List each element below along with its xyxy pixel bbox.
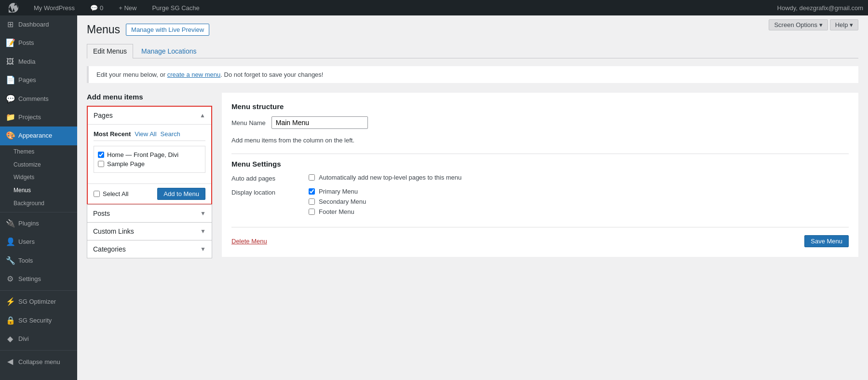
adminbar-wp-logo[interactable] <box>5 0 22 15</box>
posts-accordion: Posts ▼ <box>87 204 212 223</box>
projects-icon: 📁 <box>6 112 14 123</box>
create-menu-link[interactable]: create a new menu <box>167 71 221 78</box>
sidebar-item-widgets[interactable]: Widgets <box>0 171 77 184</box>
tab-edit-menus[interactable]: Edit Menus <box>87 44 133 58</box>
sidebar-item-themes[interactable]: Themes <box>0 145 77 158</box>
adminbar-comments[interactable]: 💬 0 <box>86 0 107 15</box>
nav-tabs: Edit Menus Manage Locations <box>87 44 858 58</box>
primary-menu-label[interactable]: Primary Menu <box>309 188 366 195</box>
sidebar-item-dashboard[interactable]: ⊞ Dashboard <box>0 15 77 34</box>
posts-accordion-arrow: ▼ <box>200 210 206 217</box>
appearance-icon: 🎨 <box>6 130 14 141</box>
comments-icon: 💬 <box>90 4 98 12</box>
pages-accordion-arrow: ▲ <box>200 112 205 119</box>
sidebar-item-sg-security[interactable]: 🔒 SG Security <box>0 311 77 330</box>
edit-notice: Edit your menu below, or create a new me… <box>87 66 858 83</box>
adminbar-purge-cache[interactable]: Purge SG Cache <box>148 0 203 15</box>
categories-accordion-label: Categories <box>93 245 126 253</box>
categories-accordion-header[interactable]: Categories ▼ <box>87 240 212 258</box>
main-content: Menus Manage with Live Preview Edit Menu… <box>77 15 868 380</box>
page-checkbox-sample[interactable] <box>98 161 104 167</box>
settings-icon: ⚙ <box>6 274 14 284</box>
pages-accordion-footer: Select All Add to Menu <box>88 183 211 204</box>
sub-tab-most-recent[interactable]: Most Recent <box>94 130 131 138</box>
help-button[interactable]: Help ▾ <box>830 19 858 30</box>
media-icon: 🖼 <box>6 56 14 67</box>
sidebar-item-appearance[interactable]: 🎨 Appearance <box>0 127 77 145</box>
custom-links-accordion-header[interactable]: Custom Links ▼ <box>87 223 212 240</box>
menu-separator-2 <box>0 290 77 291</box>
menu-name-input[interactable] <box>271 116 368 129</box>
pages-accordion-label: Pages <box>94 112 113 119</box>
sg-security-icon: 🔒 <box>6 315 14 326</box>
pages-icon: 📄 <box>6 75 14 85</box>
sidebar-item-comments[interactable]: 💬 Comments <box>0 90 77 108</box>
sidebar-item-background[interactable]: Background <box>0 197 77 210</box>
sidebar-item-media[interactable]: 🖼 Media <box>0 53 77 71</box>
page-item-home[interactable]: Home — Front Page, Divi <box>98 150 201 159</box>
categories-accordion: Categories ▼ <box>87 240 212 258</box>
sidebar-item-divi[interactable]: ◆ Divi <box>0 330 77 348</box>
dashboard-icon: ⊞ <box>6 19 14 30</box>
menu-structure-panel: Menu structure Menu Name Add menu items … <box>222 93 858 257</box>
sidebar-item-pages[interactable]: 📄 Pages <box>0 71 77 89</box>
add-menu-items-title: Add menu items <box>87 93 212 101</box>
sidebar-item-settings[interactable]: ⚙ Settings <box>0 270 77 288</box>
sub-tab-view-all[interactable]: View All <box>135 130 156 138</box>
page-header: Menus Manage with Live Preview <box>87 23 858 36</box>
sidebar-item-tools[interactable]: 🔧 Tools <box>0 252 77 270</box>
add-to-menu-button[interactable]: Add to Menu <box>157 188 205 200</box>
posts-accordion-label: Posts <box>93 210 110 217</box>
sidebar-item-customize[interactable]: Customize <box>0 158 77 171</box>
menu-hint: Add menu items from the column on the le… <box>231 137 849 144</box>
delete-menu-link[interactable]: Delete Menu <box>231 238 267 245</box>
top-right-buttons: Screen Options ▾ Help ▾ <box>769 19 858 30</box>
display-location-controls: Primary Menu Secondary Menu Footer Menu <box>309 188 366 215</box>
auto-add-option-label[interactable]: Automatically add new top-level pages to… <box>309 174 461 181</box>
categories-accordion-arrow: ▼ <box>200 246 206 253</box>
display-location-row: Display location Primary Menu Secondary … <box>231 188 849 215</box>
primary-menu-checkbox[interactable] <box>309 188 315 195</box>
pages-accordion-header[interactable]: Pages ▲ <box>88 107 211 125</box>
pages-sub-tabs: Most Recent View All Search <box>94 130 205 141</box>
auto-add-controls: Automatically add new top-level pages to… <box>309 174 461 181</box>
admin-bar: My WordPress 💬 0 + New Purge SG Cache Ho… <box>0 0 868 15</box>
plugins-icon: 🔌 <box>6 218 14 229</box>
menu-name-row: Menu Name <box>231 116 849 129</box>
tab-manage-locations[interactable]: Manage Locations <box>135 44 203 58</box>
adminbar-new[interactable]: + New <box>115 0 140 15</box>
menu-structure-title: Menu structure <box>231 102 849 111</box>
menu-footer: Delete Menu Save Menu <box>231 227 849 247</box>
posts-accordion-header[interactable]: Posts ▼ <box>87 205 212 222</box>
auto-add-label: Auto add pages <box>231 174 299 182</box>
page-label-home: Home — Front Page, Divi <box>107 151 178 158</box>
adminbar-site-name[interactable]: My WordPress <box>30 0 79 15</box>
sg-optimizer-icon: ⚡ <box>6 296 14 307</box>
page-item-sample[interactable]: Sample Page <box>98 159 201 169</box>
sub-tab-search[interactable]: Search <box>161 130 180 138</box>
save-menu-button[interactable]: Save Menu <box>804 235 849 247</box>
menu-name-label: Menu Name <box>231 119 266 127</box>
page-title: Menus <box>87 23 120 36</box>
sidebar-collapse-menu[interactable]: ◀ Collapse menu <box>0 352 77 371</box>
auto-add-checkbox[interactable] <box>309 174 315 181</box>
sidebar-item-menus[interactable]: Menus <box>0 184 77 197</box>
footer-menu-label[interactable]: Footer Menu <box>309 208 366 215</box>
sidebar-item-projects[interactable]: 📁 Projects <box>0 108 77 127</box>
select-all-label[interactable]: Select All <box>94 190 128 197</box>
sidebar-item-users[interactable]: 👤 Users <box>0 233 77 251</box>
select-all-checkbox[interactable] <box>94 191 100 197</box>
users-icon: 👤 <box>6 237 14 247</box>
adminbar-user: Howdy, deezgrafix@gmail.com <box>777 4 863 12</box>
footer-menu-checkbox[interactable] <box>309 209 315 215</box>
page-checkbox-home[interactable] <box>98 152 104 158</box>
sidebar-item-sg-optimizer[interactable]: ⚡ SG Optimizer <box>0 293 77 311</box>
live-preview-button[interactable]: Manage with Live Preview <box>126 24 209 36</box>
custom-links-accordion: Custom Links ▼ <box>87 222 212 240</box>
screen-options-button[interactable]: Screen Options ▾ <box>769 19 827 30</box>
sidebar-item-posts[interactable]: 📝 Posts <box>0 34 77 52</box>
secondary-menu-label[interactable]: Secondary Menu <box>309 198 366 205</box>
sidebar-item-plugins[interactable]: 🔌 Plugins <box>0 214 77 233</box>
collapse-icon: ◀ <box>6 356 14 367</box>
secondary-menu-checkbox[interactable] <box>309 198 315 205</box>
